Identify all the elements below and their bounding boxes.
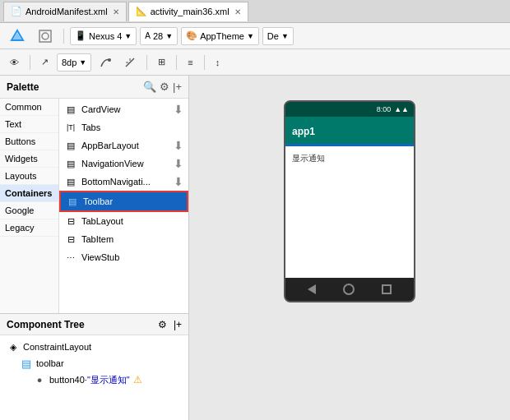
de-dropdown[interactable]: De ▼ — [262, 27, 294, 45]
phone-status-bar: 8:00 ▲▲ — [285, 102, 414, 117]
palette-search-btn[interactable]: 🔍 — [143, 81, 156, 93]
back-btn[interactable] — [308, 284, 316, 294]
tabs-icon: |T| — [64, 121, 77, 134]
second-toolbar: 👁 ↗ 8dp ▼ ⊞ ≡ ↕ — [0, 49, 510, 76]
tab-manifest-close[interactable]: ✕ — [113, 7, 119, 16]
right-panel[interactable]: 8:00 ▲▲ app1 显示通知 — [189, 76, 510, 420]
api-arrow: ▼ — [165, 32, 173, 40]
palette-header: Palette 🔍 ⚙ |+ — [0, 76, 188, 99]
design-mode-btn[interactable] — [5, 26, 30, 46]
blueprint-icon — [38, 29, 53, 44]
category-common[interactable]: Common — [0, 99, 58, 116]
tab-manifest[interactable]: 📄 AndroidManifest.xml ✕ — [3, 2, 127, 21]
tabitem-label: TabItem — [81, 234, 183, 244]
content-label: 显示通知 — [292, 154, 325, 163]
grid-btn[interactable]: ⊞ — [153, 54, 170, 70]
tab-activity-label: activity_main36.xml — [151, 7, 230, 16]
cardview-label: CardView — [81, 104, 172, 114]
home-btn[interactable] — [343, 284, 355, 295]
eye-btn[interactable]: 👁 — [5, 55, 24, 70]
bottomnavigation-icon: ▤ — [64, 175, 77, 188]
layout-wrapper: 👁 ↗ 8dp ▼ ⊞ ≡ ↕ — [0, 49, 510, 420]
category-layouts[interactable]: Layouts — [0, 168, 58, 185]
appbarlayout-label: AppBarLayout — [81, 141, 172, 150]
magic-btn[interactable] — [119, 54, 141, 71]
tree-sort-btn[interactable]: |+ — [174, 319, 182, 330]
main-content: Palette 🔍 ⚙ |+ Common Text Buttons Widge… — [0, 76, 510, 420]
category-legacy[interactable]: Legacy — [0, 219, 58, 237]
tree-toolbar: ⚙ |+ — [158, 319, 182, 330]
category-text[interactable]: Text — [0, 116, 58, 133]
toolbar-bottom-line — [285, 144, 414, 146]
bottomnavigation-label: BottomNavigati... — [81, 177, 172, 187]
tab-activity-close[interactable]: ✕ — [234, 7, 241, 16]
constraintlayout-label: ConstraintLayout — [23, 342, 91, 352]
sep5 — [204, 55, 205, 70]
palette-item-tablayout[interactable]: ⊟ TabLayout — [59, 212, 188, 230]
category-google[interactable]: Google — [0, 202, 58, 219]
phone-app-title: app1 — [292, 126, 315, 137]
bottomnavigation-add[interactable]: ⬇ — [174, 175, 183, 188]
path-icon — [100, 57, 111, 68]
de-arrow: ▼ — [281, 32, 289, 40]
phone-nav-bar — [285, 278, 414, 301]
dp-dropdown[interactable]: 8dp ▼ — [57, 53, 91, 72]
navigationview-label: NavigationView — [81, 159, 172, 168]
palette-item-tabitem[interactable]: ⊟ TabItem — [59, 230, 188, 248]
spacing-btn[interactable]: ↕ — [211, 55, 225, 70]
sep3 — [146, 55, 147, 70]
cardview-add[interactable]: ⬇ — [174, 103, 183, 116]
toolbar-label: Toolbar — [83, 196, 182, 206]
tree-item-toolbar[interactable]: ▤ toolbar — [0, 355, 188, 372]
phone-time: 8:00 — [377, 105, 392, 113]
palette-item-appbarlayout[interactable]: ▤ AppBarLayout ⬇ — [59, 136, 188, 155]
tree-settings-btn[interactable]: ⚙ — [158, 319, 167, 330]
palette-item-viewstub[interactable]: ⋯ ViewStub — [59, 248, 188, 266]
palette-item-toolbar[interactable]: ▤ Toolbar — [59, 191, 188, 212]
dp-arrow: ▼ — [79, 58, 86, 67]
cursor-btn[interactable]: ↗ — [36, 54, 53, 70]
phone-signal: ▲▲ — [394, 105, 409, 113]
tabs-label: Tabs — [81, 122, 183, 132]
svg-rect-2 — [39, 30, 51, 42]
tree-item-constraintlayout[interactable]: ◈ ConstraintLayout — [0, 339, 188, 355]
left-panel: Palette 🔍 ⚙ |+ Common Text Buttons Widge… — [0, 76, 189, 420]
recents-btn[interactable] — [382, 284, 392, 294]
viewstub-icon: ⋯ — [64, 251, 77, 264]
theme-label: AppTheme — [200, 31, 244, 41]
phone-content: 显示通知 — [285, 146, 414, 278]
category-widgets[interactable]: Widgets — [0, 150, 58, 168]
path-btn[interactable] — [95, 54, 116, 71]
tree-item-button40[interactable]: ● button40·"显示通知" ⚠ — [0, 372, 188, 388]
tree-header: Component Tree ⚙ |+ — [0, 314, 188, 335]
palette-items-list: ▤ CardView ⬇ |T| Tabs ▤ AppBarLayout ⬇ — [59, 99, 188, 313]
palette-body: Common Text Buttons Widgets Layouts Cont… — [0, 99, 188, 313]
blueprint-btn[interactable] — [33, 26, 58, 46]
palette-item-cardview[interactable]: ▤ CardView ⬇ — [59, 100, 188, 118]
api-dropdown[interactable]: A 28 ▼ — [140, 27, 178, 45]
sep4 — [176, 55, 177, 70]
category-containers[interactable]: Containers — [0, 185, 58, 202]
palette-item-navigationview[interactable]: ▤ NavigationView ⬇ — [59, 155, 188, 173]
tab-activity[interactable]: 📐 activity_main36.xml ✕ — [128, 2, 248, 21]
palette-item-tabs[interactable]: |T| Tabs — [59, 118, 188, 136]
category-buttons[interactable]: Buttons — [0, 133, 58, 150]
nexus-arrow: ▼ — [124, 32, 132, 40]
palette-settings-btn[interactable]: ⚙ — [160, 81, 169, 93]
appbarlayout-icon: ▤ — [64, 139, 77, 152]
palette-sort-btn[interactable]: |+ — [173, 81, 182, 93]
manifest-icon: 📄 — [11, 6, 22, 17]
tabitem-icon: ⊟ — [64, 233, 77, 246]
tree-toolbar-label: toolbar — [36, 358, 64, 368]
nexus-dropdown[interactable]: 📱 Nexus 4 ▼ — [70, 27, 137, 45]
toolbar-icon: ▤ — [66, 195, 79, 208]
tablayout-label: TabLayout — [81, 216, 183, 226]
navigationview-add[interactable]: ⬇ — [174, 157, 183, 170]
appbarlayout-add[interactable]: ⬇ — [174, 139, 183, 152]
tab-manifest-label: AndroidManifest.xml — [26, 7, 108, 16]
align-btn[interactable]: ≡ — [183, 55, 197, 70]
theme-dropdown[interactable]: 🎨 AppTheme ▼ — [181, 27, 259, 45]
palette-title: Palette — [7, 81, 143, 93]
palette-item-bottomnavigation[interactable]: ▤ BottomNavigati... ⬇ — [59, 173, 188, 191]
nexus-label: Nexus 4 — [89, 31, 122, 41]
